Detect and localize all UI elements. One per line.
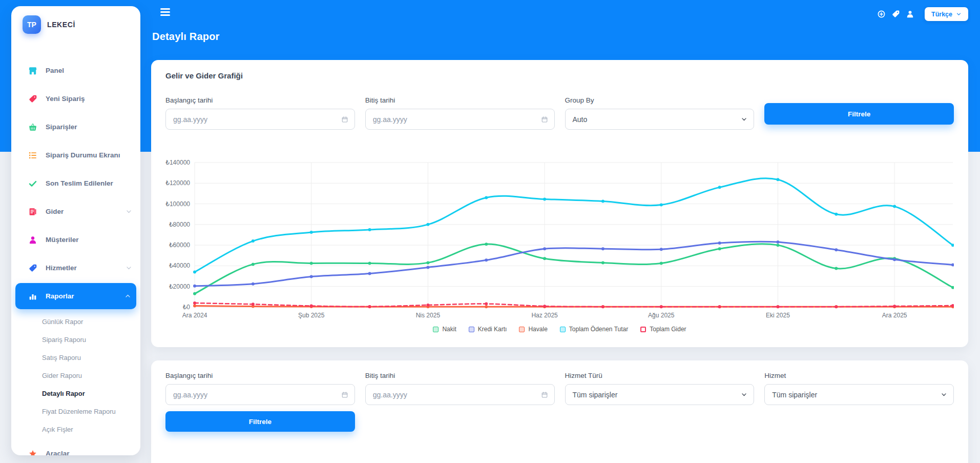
sidebar-subitem-sipari-raporu[interactable]: Sipariş Raporu xyxy=(11,331,140,349)
store-icon xyxy=(28,66,37,75)
main-content: Türkçe Detaylı Rapor Gelir ve Gider Graf… xyxy=(151,0,968,463)
topbar: Türkçe xyxy=(151,0,968,21)
legend-label: Havale xyxy=(528,326,547,333)
sidebar-item-label: Son Teslim Edilenler xyxy=(46,179,113,187)
calendar-icon xyxy=(341,116,348,123)
basket-icon xyxy=(28,123,37,132)
sidebar-item-raporlar[interactable]: Raporlar xyxy=(15,283,136,309)
sidebar-subitem-a-k-fi-ler[interactable]: Açık Fişler xyxy=(11,420,140,438)
filter-field: Başlangıç tarihi xyxy=(165,372,355,405)
field-label: Group By xyxy=(565,96,755,104)
sidebar-item-label: Gider xyxy=(46,208,64,215)
svg-text:₺80000: ₺80000 xyxy=(169,221,190,228)
svg-text:₺0: ₺0 xyxy=(183,304,191,311)
sidebar-subitem-fiyat-d-zenleme-raporu[interactable]: Fiyat Düzenleme Raporu xyxy=(11,402,140,420)
filter-field: Bitiş tarihi xyxy=(365,372,555,405)
tag-icon xyxy=(28,264,37,273)
chart-area: ₺0₺20000₺40000₺60000₺80000₺100000₺120000… xyxy=(165,157,954,333)
chevron-down-icon xyxy=(126,208,132,215)
revenue-expense-chart: ₺0₺20000₺40000₺60000₺80000₺100000₺120000… xyxy=(165,157,954,320)
chevron-down-icon xyxy=(741,116,747,123)
select-value: Tüm siparişler xyxy=(573,391,618,399)
sidebar-subitem-g-nl-k-rapor[interactable]: Günlük Rapor xyxy=(11,313,140,331)
date-input[interactable] xyxy=(173,391,347,399)
profile-icon[interactable] xyxy=(906,10,914,18)
chevron-down-icon xyxy=(941,391,947,398)
filter-button[interactable]: Filtrele xyxy=(764,103,954,125)
sidebar-item-sipari-ler[interactable]: Siparişler xyxy=(11,113,140,141)
sidebar-item-panel[interactable]: Panel xyxy=(11,56,140,85)
hizmet-select[interactable]: Tüm siparişler xyxy=(764,384,954,405)
bottom-filter-row: Başlangıç tarihiBitiş tarihiHizmet TürüT… xyxy=(165,372,954,405)
field-label: Hizmet Türü xyxy=(565,372,755,379)
sidebar-item-ara-lar[interactable]: Araçlar xyxy=(11,439,140,455)
calendar-icon xyxy=(541,116,548,123)
legend-swatch xyxy=(640,327,646,332)
group-by-select[interactable]: Auto xyxy=(565,109,755,130)
filter-field: Başlangıç tarihi xyxy=(165,96,355,130)
legend-item-toplam-gider[interactable]: Toplam Gider xyxy=(640,326,686,333)
svg-text:₺100000: ₺100000 xyxy=(165,200,190,208)
ba-lang-tarihi-date-field[interactable] xyxy=(165,109,355,130)
sidebar-item-hizmetler[interactable]: Hizmetler xyxy=(11,254,140,282)
brand[interactable]: TP LEKECİ xyxy=(11,6,140,34)
tag-icon xyxy=(28,94,37,104)
sidebar-item-label: Panel xyxy=(46,67,64,74)
field-label: Başlangıç tarihi xyxy=(165,372,355,379)
app-root: TP LEKECİ PanelYeni SiparişSiparişlerSip… xyxy=(0,0,980,463)
date-input[interactable] xyxy=(373,115,547,124)
sidebar-menu: PanelYeni SiparişSiparişlerSipariş Durum… xyxy=(11,56,140,455)
filter-field: Group ByAuto xyxy=(565,96,755,130)
field-label: Bitiş tarihi xyxy=(365,372,555,379)
sidebar-item-label: Raporlar xyxy=(46,292,74,300)
legend-label: Kredi Kartı xyxy=(478,326,507,333)
svg-text:Nis 2025: Nis 2025 xyxy=(416,312,441,319)
brand-logo: TP xyxy=(23,15,41,34)
legend-label: Nakit xyxy=(442,326,456,333)
legend-swatch xyxy=(519,327,525,332)
calendar-icon xyxy=(341,391,348,398)
sidebar-item-sipari-durumu-ekran[interactable]: Sipariş Durumu Ekranı xyxy=(11,141,140,169)
invoice-icon xyxy=(28,207,37,216)
add-circle-icon[interactable] xyxy=(877,10,886,18)
sidebar-item-label: Siparişler xyxy=(46,123,77,131)
sidebar-submenu: Günlük RaporSipariş RaporuSatış RaporuGi… xyxy=(11,310,140,439)
sidebar: TP LEKECİ PanelYeni SiparişSiparişlerSip… xyxy=(11,6,140,455)
hamburger-menu-button[interactable] xyxy=(160,7,170,17)
ba-lang-tarihi-date-field[interactable] xyxy=(165,384,355,405)
sidebar-item-yeni-sipari[interactable]: Yeni Sipariş xyxy=(11,85,140,113)
sidebar-subitem-detayl-rapor[interactable]: Detaylı Rapor xyxy=(11,385,140,402)
svg-text:Ara 2024: Ara 2024 xyxy=(182,312,207,319)
list-icon xyxy=(28,151,37,160)
legend-swatch xyxy=(560,327,566,332)
legend-item-havale[interactable]: Havale xyxy=(519,326,547,333)
chevron-up-icon xyxy=(124,293,131,299)
svg-text:₺120000: ₺120000 xyxy=(165,179,190,187)
sidebar-item-label: Hizmetler xyxy=(46,264,77,272)
tag-icon[interactable] xyxy=(891,10,900,18)
bottom-filter-card: Başlangıç tarihiBitiş tarihiHizmet TürüT… xyxy=(151,360,968,463)
date-input[interactable] xyxy=(373,391,547,399)
legend-item-nakit[interactable]: Nakit xyxy=(433,326,456,333)
sidebar-subitem-gider-raporu[interactable]: Gider Raporu xyxy=(11,367,140,385)
svg-text:Ara 2025: Ara 2025 xyxy=(882,312,907,319)
biti-tarihi-date-field[interactable] xyxy=(365,384,555,405)
legend-item-toplam-denen-tutar[interactable]: Toplam Ödenen Tutar xyxy=(560,326,628,333)
star-icon xyxy=(28,449,37,456)
select-value: Tüm siparişler xyxy=(772,391,817,399)
language-label: Türkçe xyxy=(931,11,952,18)
sidebar-item-m-teriler[interactable]: Müşteriler xyxy=(11,226,140,254)
legend-item-kredi-kart[interactable]: Kredi Kartı xyxy=(469,326,507,333)
language-selector[interactable]: Türkçe xyxy=(925,7,968,21)
user-icon xyxy=(28,235,37,245)
svg-text:Eki 2025: Eki 2025 xyxy=(766,312,790,319)
sidebar-item-son-teslim-edilenler[interactable]: Son Teslim Edilenler xyxy=(11,169,140,197)
sidebar-item-gider[interactable]: Gider xyxy=(11,197,140,226)
date-input[interactable] xyxy=(173,115,347,124)
sidebar-subitem-sat-raporu[interactable]: Satış Raporu xyxy=(11,349,140,367)
topbar-actions: Türkçe xyxy=(877,7,968,21)
biti-tarihi-date-field[interactable] xyxy=(365,109,555,130)
filter-button[interactable]: Filtrele xyxy=(165,411,355,432)
svg-text:₺20000: ₺20000 xyxy=(169,283,190,290)
hizmet-t-r-select[interactable]: Tüm siparişler xyxy=(565,384,755,405)
